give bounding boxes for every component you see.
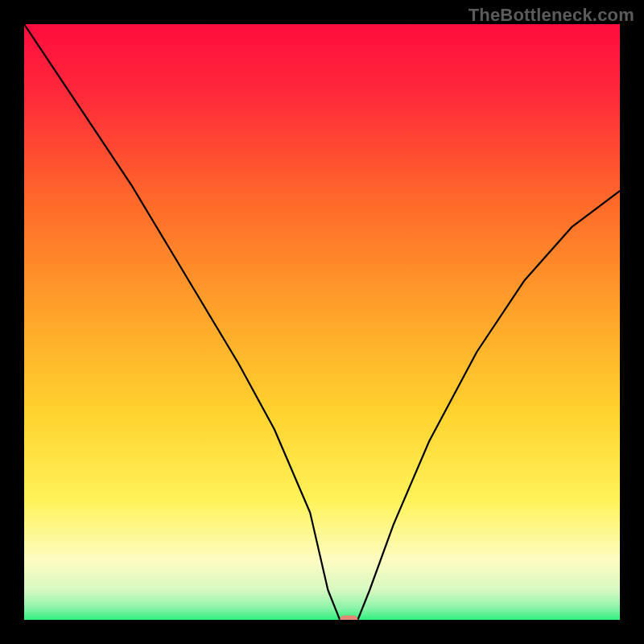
chart-background xyxy=(24,24,620,620)
chart-frame: TheBottleneck.com xyxy=(0,0,644,644)
watermark-text: TheBottleneck.com xyxy=(469,5,634,26)
min-marker xyxy=(340,616,357,621)
chart-plot xyxy=(24,24,620,620)
